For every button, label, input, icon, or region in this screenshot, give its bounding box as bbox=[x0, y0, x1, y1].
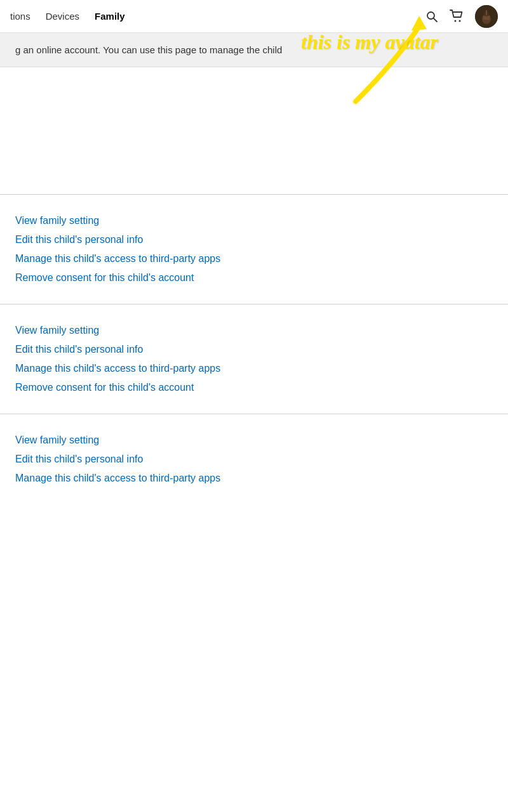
manage-access-link-1[interactable]: Manage this child's access to third-part… bbox=[15, 253, 493, 265]
view-family-setting-link-1[interactable]: View family setting bbox=[15, 215, 493, 226]
view-family-setting-link-3[interactable]: View family setting bbox=[15, 435, 493, 446]
cart-button[interactable] bbox=[450, 10, 464, 23]
edit-personal-info-link-3[interactable]: Edit this child's personal info bbox=[15, 454, 493, 465]
svg-rect-7 bbox=[486, 10, 487, 15]
cart-icon bbox=[450, 10, 464, 23]
nav-item-devices[interactable]: Devices bbox=[46, 8, 79, 24]
svg-line-1 bbox=[434, 18, 437, 21]
info-banner: g an online account. You can use this pa… bbox=[0, 33, 508, 67]
top-navigation: tions Devices Family bbox=[0, 0, 508, 33]
child-links-1: View family setting Edit this child's pe… bbox=[15, 215, 493, 284]
search-icon bbox=[425, 10, 438, 23]
child-section-3: View family setting Edit this child's pe… bbox=[0, 414, 508, 504]
child-links-3: View family setting Edit this child's pe… bbox=[15, 435, 493, 484]
manage-access-link-3[interactable]: Manage this child's access to third-part… bbox=[15, 473, 493, 484]
avatar[interactable] bbox=[475, 5, 498, 28]
view-family-setting-link-2[interactable]: View family setting bbox=[15, 325, 493, 336]
remove-consent-link-1[interactable]: Remove consent for this child's account bbox=[15, 272, 493, 284]
child-links-2: View family setting Edit this child's pe… bbox=[15, 325, 493, 393]
child-section-2: View family setting Edit this child's pe… bbox=[0, 304, 508, 414]
child-section-1: View family setting Edit this child's pe… bbox=[0, 195, 508, 304]
nav-right bbox=[425, 5, 498, 28]
svg-point-2 bbox=[455, 20, 457, 22]
blank-area-1 bbox=[0, 67, 508, 194]
manage-access-link-2[interactable]: Manage this child's access to third-part… bbox=[15, 363, 493, 374]
search-button[interactable] bbox=[425, 10, 438, 23]
svg-point-3 bbox=[459, 20, 461, 22]
remove-consent-link-2[interactable]: Remove consent for this child's account bbox=[15, 382, 493, 393]
edit-personal-info-link-2[interactable]: Edit this child's personal info bbox=[15, 344, 493, 355]
nav-left: tions Devices Family bbox=[10, 8, 425, 24]
banner-text: g an online account. You can use this pa… bbox=[15, 44, 282, 55]
edit-personal-info-link-1[interactable]: Edit this child's personal info bbox=[15, 234, 493, 246]
nav-item-family[interactable]: Family bbox=[95, 8, 125, 24]
nav-item-tions[interactable]: tions bbox=[10, 8, 30, 24]
